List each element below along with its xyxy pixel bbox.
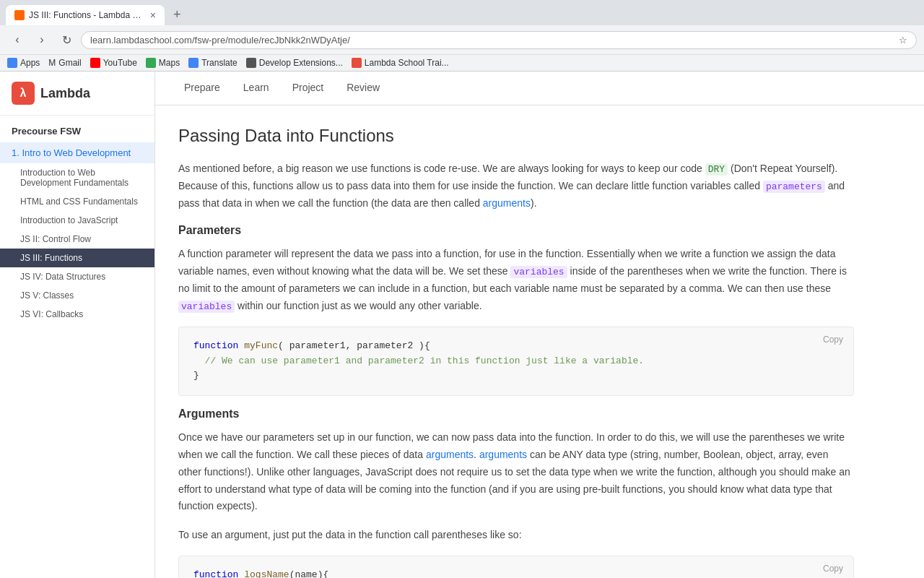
sidebar-item-html-css-label: HTML and CSS Fundamentals bbox=[20, 197, 138, 207]
tab-title: JS III: Functions - Lambda School bbox=[29, 10, 143, 20]
sidebar-item-js-data-label: JS IV: Data Structures bbox=[20, 272, 105, 282]
tab-review-label: Review bbox=[346, 82, 380, 93]
bookmark-apps[interactable]: Apps bbox=[7, 58, 40, 68]
bookmark-lambda[interactable]: Lambda School Trai... bbox=[352, 58, 449, 68]
bookmark-maps-label: Maps bbox=[159, 58, 180, 68]
lambda-bookmark-icon bbox=[352, 58, 362, 68]
arguments-link-2[interactable]: arguments bbox=[426, 449, 474, 460]
intro-paragraph: As mentioned before, a big reason we use… bbox=[178, 160, 854, 212]
tab-learn[interactable]: Learn bbox=[232, 72, 281, 105]
sidebar-item-intro[interactable]: 1. Intro to Web Development bbox=[0, 142, 154, 163]
code-block-1-wrapper: Copy function myFunc( parameter1, parame… bbox=[178, 327, 854, 396]
sidebar-section-title: Precourse FSW bbox=[0, 116, 154, 142]
gmail-icon: M bbox=[48, 58, 56, 68]
args-heading: Arguments bbox=[178, 407, 854, 420]
sidebar-item-js-data[interactable]: JS IV: Data Structures bbox=[0, 267, 154, 286]
params-heading: Parameters bbox=[178, 224, 854, 237]
params-paragraph: A function parameter will represent the … bbox=[178, 246, 854, 315]
bookmark-translate[interactable]: Translate bbox=[188, 58, 237, 68]
dev-icon bbox=[246, 58, 256, 68]
logo-text: Lambda bbox=[40, 86, 90, 101]
page-title: Passing Data into Functions bbox=[178, 126, 854, 146]
address-url: learn.lambdaschool.com/fsw-pre/module/re… bbox=[90, 35, 350, 46]
forward-button[interactable]: › bbox=[32, 30, 52, 50]
tab-close-btn[interactable]: × bbox=[150, 9, 156, 21]
tab-review[interactable]: Review bbox=[335, 72, 391, 105]
maps-icon bbox=[146, 58, 156, 68]
sidebar-item-intro-js-label: Introduction to JavaScript bbox=[20, 215, 118, 225]
browser-chrome: JS III: Functions - Lambda School × + ‹ … bbox=[0, 0, 924, 72]
content-area: Passing Data into Functions As mentioned… bbox=[155, 105, 877, 578]
sidebar-item-intro-js[interactable]: Introduction to JavaScript bbox=[0, 211, 154, 230]
bookmark-gmail[interactable]: M Gmail bbox=[48, 58, 81, 68]
bookmark-maps[interactable]: Maps bbox=[146, 58, 180, 68]
sidebar-item-html-css[interactable]: HTML and CSS Fundamentals bbox=[0, 192, 154, 211]
sidebar-item-js-callbacks[interactable]: JS VI: Callbacks bbox=[0, 305, 154, 324]
code-block-2-wrapper: Copy function logsName(name){ console.lo… bbox=[178, 556, 854, 578]
sidebar-logo: λ Lambda bbox=[0, 72, 154, 116]
main-content: Prepare Learn Project Review Passing Dat… bbox=[155, 72, 924, 578]
active-tab[interactable]: JS III: Functions - Lambda School × bbox=[6, 5, 165, 25]
sidebar-item-intro-label: 1. Intro to Web Development bbox=[12, 147, 131, 158]
tab-learn-label: Learn bbox=[243, 82, 269, 93]
bookmark-star-icon[interactable]: ☆ bbox=[899, 35, 907, 46]
sidebar-item-js-callbacks-label: JS VI: Callbacks bbox=[20, 309, 83, 319]
apps-icon bbox=[7, 58, 17, 68]
arguments-link-1[interactable]: arguments bbox=[483, 197, 531, 209]
bookmarks-bar: Apps M Gmail YouTube Maps Translate Deve… bbox=[0, 54, 924, 71]
sidebar-item-js-control-label: JS II: Control Flow bbox=[20, 234, 91, 244]
code-copy-btn-1[interactable]: Copy bbox=[819, 333, 847, 346]
address-bar-row: ‹ › ↻ learn.lambdaschool.com/fsw-pre/mod… bbox=[0, 25, 924, 54]
sidebar-item-js-functions-label: JS III: Functions bbox=[20, 253, 82, 263]
args-paragraph-1: Once we have our parameters set up in ou… bbox=[178, 429, 854, 515]
lambda-logo-icon: λ bbox=[12, 82, 35, 105]
bookmark-gmail-label: Gmail bbox=[58, 58, 81, 68]
bookmark-apps-label: Apps bbox=[20, 58, 40, 68]
bookmark-dev-label: Develop Extensions... bbox=[259, 58, 343, 68]
sidebar-item-js-classes-label: JS V: Classes bbox=[20, 290, 74, 301]
tab-bar: JS III: Functions - Lambda School × + bbox=[0, 0, 924, 25]
bookmark-youtube-label: YouTube bbox=[103, 58, 137, 68]
arguments-link-3[interactable]: arguments bbox=[479, 449, 527, 460]
address-bar[interactable]: learn.lambdaschool.com/fsw-pre/module/re… bbox=[81, 31, 917, 49]
bookmark-lambda-label: Lambda School Trai... bbox=[365, 58, 449, 68]
sidebar-item-js-control[interactable]: JS II: Control Flow bbox=[0, 230, 154, 249]
code-copy-btn-2[interactable]: Copy bbox=[819, 562, 847, 575]
code-block-1: function myFunc( parameter1, parameter2 … bbox=[179, 327, 853, 395]
app-container: λ Lambda Precourse FSW 1. Intro to Web D… bbox=[0, 72, 924, 578]
args-paragraph-2: To use an argument, just put the data in… bbox=[178, 527, 854, 544]
sidebar-item-intro-fund-label: Introduction to Web Development Fundamen… bbox=[20, 168, 128, 188]
tab-prepare[interactable]: Prepare bbox=[173, 72, 232, 105]
logo-letter: λ bbox=[20, 87, 27, 100]
sidebar-item-js-functions[interactable]: JS III: Functions bbox=[0, 249, 154, 267]
back-button[interactable]: ‹ bbox=[7, 30, 27, 50]
top-nav: Prepare Learn Project Review bbox=[155, 72, 924, 105]
code-block-2: function logsName(name){ console.log(nam… bbox=[179, 556, 853, 578]
translate-icon bbox=[188, 58, 199, 68]
sidebar: λ Lambda Precourse FSW 1. Intro to Web D… bbox=[0, 72, 155, 578]
youtube-icon bbox=[90, 58, 100, 68]
sidebar-item-js-classes[interactable]: JS V: Classes bbox=[0, 286, 154, 305]
tab-prepare-label: Prepare bbox=[184, 82, 220, 93]
tab-project-label: Project bbox=[292, 82, 324, 93]
bookmark-youtube[interactable]: YouTube bbox=[90, 58, 137, 68]
reload-button[interactable]: ↻ bbox=[56, 30, 77, 50]
bookmark-translate-label: Translate bbox=[201, 58, 237, 68]
new-tab-button[interactable]: + bbox=[167, 4, 187, 25]
sidebar-item-intro-fund[interactable]: Introduction to Web Development Fundamen… bbox=[0, 163, 154, 192]
tab-favicon bbox=[14, 10, 25, 20]
tab-project[interactable]: Project bbox=[281, 72, 336, 105]
bookmark-dev-extensions[interactable]: Develop Extensions... bbox=[246, 58, 343, 68]
